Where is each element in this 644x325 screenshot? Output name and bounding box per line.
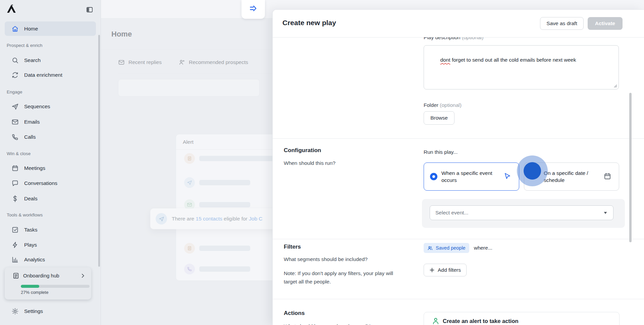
paper-plane-icon [156, 213, 167, 224]
where-label: where... [474, 245, 492, 251]
radio-selected-icon[interactable] [430, 173, 437, 180]
divider [273, 299, 644, 299]
sidebar-item-emails[interactable]: Emails [5, 115, 96, 129]
drawer-body: Play description (optional) dont forget … [273, 37, 644, 325]
configuration-subtext: When should this run? [284, 159, 335, 167]
sidebar-item-label: Deals [24, 196, 38, 202]
sidebar-item-deals[interactable]: Deals [5, 192, 96, 205]
saved-people-label: Saved people [436, 245, 466, 251]
document-icon [184, 153, 195, 164]
event-select-placeholder: Select event... [435, 210, 468, 216]
sidebar-item-label: Plays [24, 242, 37, 248]
sidebar-item-label: Calls [24, 134, 36, 140]
sidebar-collapse-icon[interactable] [86, 6, 93, 13]
sidebar-item-conversations[interactable]: Conversations [5, 177, 96, 190]
calendar-icon [11, 165, 19, 172]
drawer-scrollbar[interactable] [629, 93, 632, 242]
sidebar-item-plays[interactable]: Plays [5, 238, 96, 252]
home-tabs: Recent replies Recommended prospects [118, 59, 248, 66]
resize-grip-icon[interactable] [613, 84, 617, 88]
sidebar-item-tasks[interactable]: Tasks [5, 223, 96, 237]
sidebar: Home Prospect & enrich Search Data enric… [0, 0, 101, 325]
sidebar-item-analytics[interactable]: Analytics [5, 253, 96, 266]
saved-people-chip[interactable]: Saved people [424, 243, 469, 253]
misspelled-word: dont [440, 57, 450, 63]
person-icon [432, 317, 440, 325]
event-select[interactable]: Select event... [430, 205, 613, 220]
drawer-title: Create new play [282, 19, 336, 27]
empty-banner [118, 79, 260, 96]
calendar-icon [603, 172, 611, 180]
divider [273, 239, 644, 239]
home-icon [11, 25, 19, 32]
sidebar-item-sequences[interactable]: Sequences [5, 100, 96, 113]
onboarding-progress-fill [21, 285, 39, 288]
tooltip-text: There are [172, 216, 196, 221]
double-arrow-right-icon [249, 4, 258, 13]
browse-button[interactable]: Browse [424, 111, 454, 125]
sidebar-section-title: Tools & workflows [7, 212, 43, 217]
skeleton-row [184, 243, 250, 254]
tab-recommended-prospects[interactable]: Recommended prospects [178, 59, 248, 66]
sync-icon [11, 71, 19, 79]
tab-recent-replies[interactable]: Recent replies [118, 59, 162, 66]
paper-plane-icon [11, 103, 19, 110]
sidebar-scrollbar[interactable] [98, 35, 100, 267]
play-link[interactable]: Job C [249, 216, 263, 221]
sidebar-item-data-enrichment[interactable]: Data enrichment [5, 68, 96, 82]
option-specific-event[interactable]: When a specific event occurs [424, 162, 519, 191]
sidebar-item-calls[interactable]: Calls [5, 130, 96, 144]
paper-plane-icon [184, 177, 195, 188]
sidebar-item-label: Sequences [24, 104, 50, 110]
document-icon [184, 243, 195, 254]
tab-label: Recommended prospects [189, 59, 248, 65]
sidebar-item-label: Emails [24, 119, 40, 125]
sidebar-item-settings[interactable]: Settings [5, 305, 96, 318]
sidebar-section-title: Prospect & enrich [7, 43, 43, 48]
chevron-right-icon[interactable] [80, 273, 86, 279]
save-as-draft-button[interactable]: Save as draft [540, 17, 583, 30]
sidebar-item-label: Tasks [24, 227, 38, 233]
person-plus-icon [178, 59, 185, 66]
filters-note: Note: If you don't apply any filters, yo… [284, 269, 399, 286]
sidebar-section-title: Win & close [7, 151, 31, 156]
configuration-heading: Configuration [284, 147, 321, 154]
description-text: forget to send out all the cold emails b… [450, 57, 576, 63]
lightning-icon [11, 241, 19, 249]
people-icon [427, 245, 433, 251]
task-check-icon [11, 226, 19, 234]
tab-label: Recent replies [128, 59, 162, 65]
create-alert-action-card[interactable]: Create an alert to take action [424, 312, 620, 325]
sidebar-item-label: Home [24, 26, 38, 32]
event-select-container: Select event... [422, 199, 625, 228]
create-play-drawer: Create new play Save as draft Activate P… [272, 9, 644, 325]
sidebar-item-label: Data enrichment [24, 72, 62, 78]
sidebar-item-home[interactable]: Home [5, 21, 96, 36]
phone-icon [11, 133, 19, 141]
skeleton-bar [199, 246, 250, 251]
play-description-input[interactable]: dont forget to send out all the cold ema… [424, 45, 619, 89]
option-specific-date[interactable]: On a specific date / schedule [524, 162, 619, 191]
page-title: Home [111, 30, 132, 39]
run-this-play-label: Run this play... [424, 149, 458, 155]
apollo-logo-icon[interactable] [6, 3, 17, 14]
sidebar-item-meetings[interactable]: Meetings [5, 161, 96, 175]
add-filters-button[interactable]: Add filters [424, 264, 467, 276]
onboarding-hub-card[interactable]: Onboarding hub 27% complete [5, 267, 91, 300]
caret-down-icon [603, 210, 608, 215]
phone-icon [184, 264, 195, 274]
actions-subtext: What should happen when the conditi [284, 322, 371, 325]
drawer-expand-button[interactable] [241, 0, 265, 19]
gear-icon [11, 308, 19, 315]
option-label: When a specific event occurs [441, 170, 495, 184]
skeleton-row [184, 177, 250, 188]
drawer-header: Create new play Save as draft Activate [273, 10, 644, 38]
skeleton-row [184, 264, 250, 274]
sidebar-item-search[interactable]: Search [5, 54, 96, 67]
option-label: On a specific date / schedule [544, 170, 602, 184]
folder-label: Folder (optional) [424, 102, 462, 108]
envelope-icon [11, 118, 19, 126]
contacts-link[interactable]: 15 contacts [196, 216, 222, 221]
activate-button[interactable]: Activate [588, 17, 623, 30]
checklist-icon [12, 272, 19, 279]
